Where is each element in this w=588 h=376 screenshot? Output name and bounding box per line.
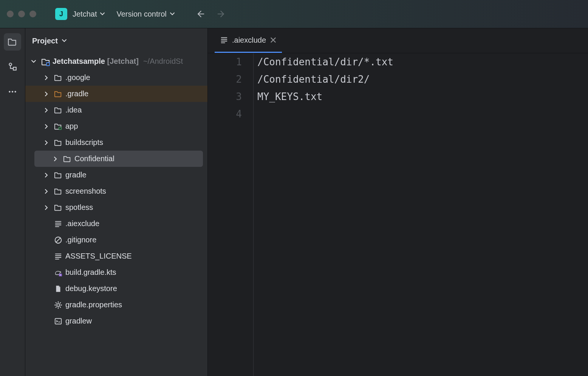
gutter: 1234 [208,53,253,376]
tree-item[interactable]: build.gradle.kts [25,264,207,280]
tree-item[interactable]: Confidential [34,151,203,167]
chevron-right-icon [44,124,49,129]
project-panel: Project Jetchatsample [Jetchat]~/Android… [25,28,208,376]
editor[interactable]: 1234 /Confidential/dir/*.txt/Confidentia… [208,53,588,376]
ignore-icon [54,236,62,244]
tree-item[interactable]: .gitignore [25,232,207,248]
tree-root-label: Jetchatsample [Jetchat] [53,57,139,66]
structure-icon [8,62,17,72]
more-icon [8,87,17,97]
gradlekts-icon [54,268,62,277]
tree-item-label: debug.keystore [65,284,117,293]
tree-item[interactable]: debug.keystore [25,280,207,297]
project-tree[interactable]: Jetchatsample [Jetchat]~/AndroidSt.googl… [25,53,207,376]
tree-item-label: .gradle [65,89,88,98]
rail-structure-button[interactable] [4,58,21,76]
editor-tab[interactable]: .aiexclude [215,28,282,53]
rail-project-button[interactable] [4,33,21,51]
text-icon [54,252,62,260]
tool-rail [0,28,25,376]
rail-more-button[interactable] [4,83,21,100]
zoom-window[interactable] [29,11,36,17]
tree-item-label: .gitignore [65,236,96,244]
tree-item-label: ASSETS_LICENSE [65,252,132,260]
tree-root[interactable]: Jetchatsample [Jetchat]~/AndroidSt [25,53,207,69]
text-file-icon [220,36,228,44]
project-folder-icon [41,57,50,66]
tree-item[interactable]: gradle.properties [25,297,207,313]
titlebar: J Jetchat Version control [0,0,588,28]
tree-item[interactable]: gradle [25,167,207,183]
tree-item[interactable]: .aiexclude [25,216,207,232]
tree-item[interactable]: ASSETS_LICENSE [25,248,207,264]
tree-item-label: gradle.properties [65,300,122,309]
tree-item[interactable]: buildscripts [25,134,207,151]
folder-icon [54,187,62,196]
tree-item[interactable]: gradlew [25,313,207,329]
window-controls [7,11,36,17]
folder-icon [54,106,62,114]
tree-item-label: .aiexclude [65,219,99,228]
line-number: 3 [208,88,242,105]
line-number: 1 [208,53,242,71]
chevron-right-icon [53,156,58,162]
tree-item[interactable]: screenshots [25,183,207,199]
tree-item[interactable]: .google [25,69,207,86]
chevron-right-icon [44,189,49,194]
folder-icon [54,171,62,179]
chevron-right-icon [44,75,49,80]
tree-item-label: .idea [65,106,82,114]
folder-icon [63,155,71,163]
tree-item[interactable]: .gradle [25,86,207,102]
line-number: 2 [208,71,242,88]
chevron-right-icon [44,205,49,210]
editor-area: .aiexclude 1234 /Confidential/dir/*.txt/… [208,28,588,376]
tree-item-label: gradle [65,171,87,179]
terminal-icon [54,317,62,325]
text-icon [54,220,62,228]
project-panel-header[interactable]: Project [25,28,207,53]
folder-icon [54,139,62,147]
code-content[interactable]: /Confidential/dir/*.txt/Confidential/dir… [253,53,588,376]
folder-icon [54,203,62,212]
nav-forward[interactable] [216,8,227,20]
project-panel-title: Project [32,37,58,45]
chevron-down-icon [62,38,67,43]
close-icon[interactable] [270,37,277,43]
nav-back[interactable] [195,8,206,20]
project-selector-label: Jetchat [73,10,97,18]
tree-item-label: Confidential [74,154,115,163]
close-window[interactable] [7,11,14,17]
chevron-right-icon [44,91,49,97]
folder-icon [54,90,62,98]
tree-item[interactable]: app [25,118,207,134]
code-line: /Confidential/dir/*.txt [257,53,588,71]
file-icon [54,285,62,293]
tree-item-label: app [65,122,78,131]
vcs-menu[interactable]: Version control [113,8,178,21]
editor-tabs: .aiexclude [208,28,588,53]
chevron-down-icon [100,11,105,17]
code-line: /Confidential/dir2/ [257,71,588,88]
tree-item[interactable]: .idea [25,102,207,118]
chevron-right-icon [44,140,49,145]
code-line: MY_KEYS.txt [257,88,588,105]
chevron-down-icon [170,11,175,17]
module-icon [54,122,62,131]
project-icon: J [55,8,67,20]
folder-icon [54,74,62,82]
line-number: 4 [208,105,242,123]
minimize-window[interactable] [18,11,25,17]
tree-root-path: ~/AndroidSt [143,57,183,66]
tree-item-label: screenshots [65,187,106,196]
tree-item-label: build.gradle.kts [65,268,116,277]
tree-item-label: spotless [65,203,93,212]
chevron-right-icon [44,108,49,113]
tree-item[interactable]: spotless [25,199,207,216]
tree-item-label: buildscripts [65,138,103,147]
gear-icon [54,301,62,309]
chevron-down-icon [31,59,36,64]
project-selector[interactable]: J Jetchat [51,6,109,22]
editor-tab-label: .aiexclude [232,36,266,45]
tree-item-label: .google [65,73,90,82]
